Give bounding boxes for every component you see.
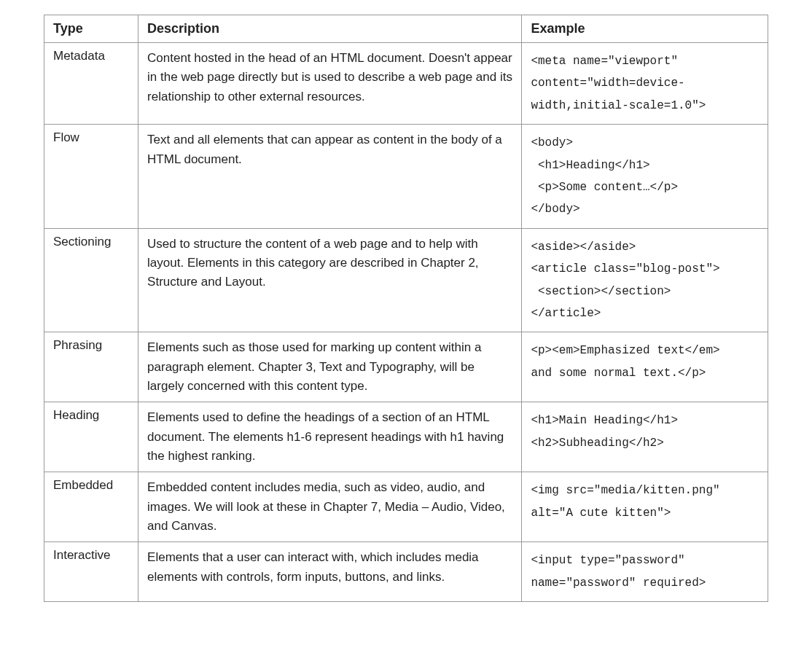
type-cell: Flow	[44, 125, 138, 229]
table-row: PhrasingElements such as those used for …	[44, 332, 768, 402]
code-example: <p><em>Emphasized text</em> and some nor…	[531, 340, 759, 384]
code-example: <h1>Main Heading</h1> <h2>Subheading</h2…	[531, 410, 759, 454]
example-cell: <img src="media/kitten.png" alt="A cute …	[522, 472, 768, 542]
code-example: <meta name="viewport" content="width=dev…	[531, 50, 759, 117]
description-cell: Elements such as those used for marking …	[138, 332, 522, 402]
header-description: Description	[138, 15, 522, 43]
type-cell: Phrasing	[44, 332, 138, 402]
type-cell: Interactive	[44, 542, 138, 602]
example-cell: <h1>Main Heading</h1> <h2>Subheading</h2…	[522, 402, 768, 472]
content-types-table: Type Description Example MetadataContent…	[44, 15, 768, 602]
description-cell: Elements used to define the headings of …	[138, 402, 522, 472]
description-cell: Elements that a user can interact with, …	[138, 542, 522, 602]
example-cell: <p><em>Emphasized text</em> and some nor…	[522, 332, 768, 402]
table-row: MetadataContent hosted in the head of an…	[44, 43, 768, 125]
table-row: EmbeddedEmbedded content includes media,…	[44, 472, 768, 542]
example-cell: <body> <h1>Heading</h1> <p>Some content……	[522, 125, 768, 229]
description-cell: Embedded content includes media, such as…	[138, 472, 522, 542]
table-row: InteractiveElements that a user can inte…	[44, 542, 768, 602]
description-cell: Text and all elements that can appear as…	[138, 125, 522, 229]
code-example: <body> <h1>Heading</h1> <p>Some content……	[531, 132, 759, 221]
type-cell: Heading	[44, 402, 138, 472]
type-cell: Metadata	[44, 43, 138, 125]
example-cell: <meta name="viewport" content="width=dev…	[522, 43, 768, 125]
type-cell: Sectioning	[44, 228, 138, 332]
header-example: Example	[522, 15, 768, 43]
code-example: <input type="password" name="password" r…	[531, 550, 759, 594]
table-row: HeadingElements used to define the headi…	[44, 402, 768, 472]
table-row: FlowText and all elements that can appea…	[44, 125, 768, 229]
example-cell: <aside></aside> <article class="blog-pos…	[522, 228, 768, 332]
table-row: SectioningUsed to structure the content …	[44, 228, 768, 332]
code-example: <aside></aside> <article class="blog-pos…	[531, 236, 759, 325]
code-example: <img src="media/kitten.png" alt="A cute …	[531, 480, 759, 524]
description-cell: Used to structure the content of a web p…	[138, 228, 522, 332]
header-type: Type	[44, 15, 138, 43]
type-cell: Embedded	[44, 472, 138, 542]
description-cell: Content hosted in the head of an HTML do…	[138, 43, 522, 125]
example-cell: <input type="password" name="password" r…	[522, 542, 768, 602]
